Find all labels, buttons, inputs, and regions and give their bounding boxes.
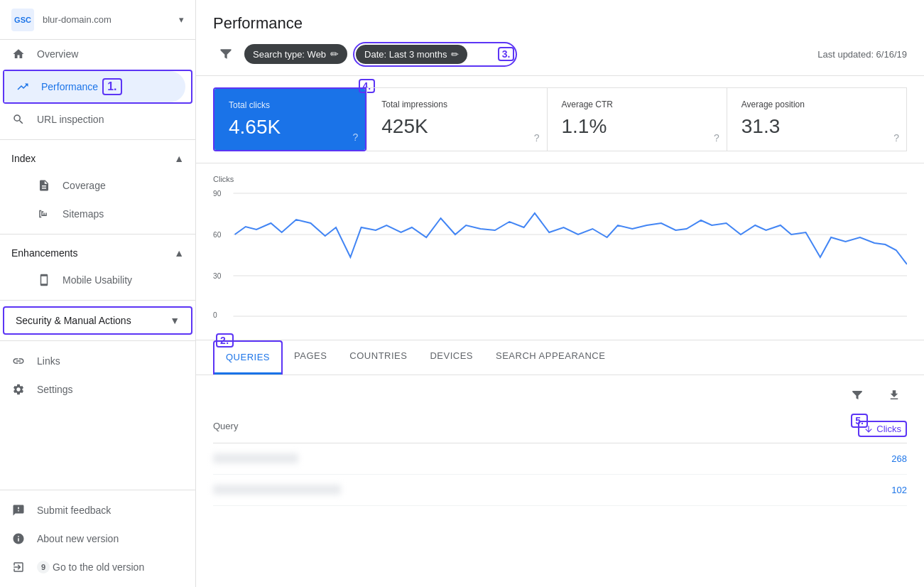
tab-queries[interactable]: 2. QUERIES [214, 342, 281, 375]
tab-pages-label: PAGES [294, 350, 327, 361]
main-header: Performance Search type: Web ✏ Date: Las… [196, 0, 924, 76]
divider-2 [0, 234, 195, 235]
tabs-row: 2. QUERIES PAGES COUNTRIES DEVICES SEARC… [213, 340, 907, 375]
security-section-header[interactable]: Security & Manual Actions ▼ [4, 308, 191, 333]
date-chip[interactable]: Date: Last 3 months ✏ [356, 45, 467, 64]
row-1-clicks: 268 [822, 453, 907, 464]
sidebar-logo[interactable]: GSC blur-domain.com ▾ [0, 0, 195, 40]
index-section-items: Coverage Sitemaps [0, 171, 195, 228]
clicks-col-label: Clicks [876, 424, 901, 434]
ctr-label: Average CTR [562, 99, 712, 109]
divider-3 [0, 300, 195, 301]
enhancements-section-items: Mobile Usability [0, 266, 195, 294]
last-updated-text: Last updated: 6/16/19 [817, 49, 907, 60]
tabs-section: 2. QUERIES PAGES COUNTRIES DEVICES SEARC… [196, 340, 924, 375]
total-clicks-wrapper: Total clicks 4.65K ? 4. [213, 87, 366, 151]
index-section-header[interactable]: Index ▲ [0, 146, 195, 171]
sidebar-go-old-version[interactable]: 9 Go to the old version [0, 553, 195, 581]
chart-section: Clicks 90 60 30 0 3/17/19 3/28/19 4/7/19… [196, 163, 924, 340]
sidebar-label-performance: Performance [41, 81, 98, 92]
tab-countries[interactable]: COUNTRIES [338, 340, 418, 375]
metrics-row: Total clicks 4.65K ? 4. Total impression… [196, 76, 924, 163]
enhancements-section-header[interactable]: Enhancements ▲ [0, 240, 195, 266]
info-icon [11, 532, 26, 546]
sidebar-item-overview[interactable]: Overview [0, 40, 190, 68]
sidebar-label-overview: Overview [37, 48, 78, 60]
chart-container: 90 60 30 0 3/17/19 3/28/19 4/7/19 4/18/1… [213, 186, 907, 328]
index-collapse-icon: ▲ [174, 153, 184, 164]
sidebar-item-mobile-usability[interactable]: Mobile Usability [0, 266, 190, 294]
help-icon-position: ? [893, 132, 899, 144]
search-type-edit-icon: ✏ [330, 48, 339, 60]
sidebar-item-performance[interactable]: Performance 1. [4, 71, 185, 102]
total-clicks-value: 4.65K [229, 116, 351, 139]
search-icon [11, 112, 26, 126]
col-clicks-header: 5. Clicks [822, 421, 907, 437]
date-edit-icon: ✏ [451, 49, 459, 60]
trending-up-icon [16, 80, 30, 94]
row-1-query [213, 453, 822, 464]
tab-devices[interactable]: DEVICES [418, 340, 484, 375]
sidebar-item-url-inspection[interactable]: URL inspection [0, 105, 190, 134]
col-query-header: Query [213, 421, 822, 437]
sidebar-submit-feedback[interactable]: Submit feedback [0, 496, 195, 524]
sidebar-label-submit-feedback: Submit feedback [37, 505, 111, 516]
row-2-query [213, 485, 822, 495]
table-row: 268 [213, 443, 907, 475]
exit-icon [11, 560, 26, 574]
divider-4 [0, 340, 195, 341]
sidebar-item-settings[interactable]: Settings [0, 375, 190, 404]
tab-pages[interactable]: PAGES [283, 340, 338, 375]
sidebar-item-sitemaps[interactable]: Sitemaps [0, 200, 190, 228]
links-icon [11, 354, 26, 368]
performance-chart: 90 60 30 0 3/17/19 3/28/19 4/7/19 4/18/1… [213, 186, 907, 321]
tab-search-appearance-label: SEARCH APPEARANCE [496, 350, 605, 361]
table-toolbar [213, 375, 907, 415]
sidebar-bottom: Submit feedback About new version 9 Go t… [0, 490, 195, 587]
position-value: 31.3 [741, 115, 892, 138]
table-section: Query 5. Clicks 268 1 [196, 375, 924, 506]
filter-button[interactable] [213, 41, 239, 67]
main-content: Performance Search type: Web ✏ Date: Las… [196, 0, 924, 587]
sidebar-about-new-version[interactable]: About new version [0, 524, 195, 553]
table-download-button[interactable] [881, 382, 907, 408]
badge-1: 1. [102, 78, 121, 95]
sidebar-item-coverage[interactable]: Coverage [0, 171, 190, 200]
security-label: Security & Manual Actions [16, 315, 131, 326]
table-row: 102 [213, 475, 907, 506]
settings-icon [11, 382, 26, 397]
metric-total-clicks[interactable]: Total clicks 4.65K ? [214, 89, 365, 150]
tab-search-appearance[interactable]: SEARCH APPEARANCE [484, 340, 616, 375]
help-icon-impressions: ? [534, 132, 540, 144]
logo-chevron-icon[interactable]: ▾ [179, 14, 184, 25]
total-clicks-label: Total clicks [229, 100, 351, 110]
badge-5: 5. [851, 414, 868, 428]
impressions-value: 425K [381, 115, 532, 138]
queries-tab-wrapper: 2. QUERIES [213, 340, 283, 375]
search-type-chip[interactable]: Search type: Web ✏ [244, 44, 347, 64]
coverage-icon [37, 178, 51, 193]
table-filter-button[interactable] [844, 382, 870, 408]
metric-total-impressions[interactable]: Total impressions 425K ? [366, 87, 546, 151]
table-header: Query 5. Clicks [213, 415, 907, 443]
new-label: NEW [472, 49, 497, 60]
index-label: Index [11, 153, 36, 164]
svg-text:60: 60 [213, 231, 222, 239]
sidebar-item-links[interactable]: Links [0, 347, 190, 375]
phone-icon [37, 273, 51, 287]
enhancements-collapse-icon: ▲ [174, 247, 184, 259]
tab-countries-label: COUNTRIES [349, 350, 407, 361]
metric-average-position[interactable]: Average position 31.3 ? [727, 87, 907, 151]
sidebar-label-links: Links [37, 355, 60, 367]
search-type-label: Search type: Web [253, 49, 326, 60]
page-title: Performance [213, 14, 907, 33]
divider-1 [0, 139, 195, 140]
security-highlight: Security & Manual Actions ▼ [3, 306, 192, 335]
tab-devices-label: DEVICES [430, 350, 473, 361]
logo-icon: GSC [11, 9, 34, 31]
ctr-value: 1.1% [562, 115, 712, 138]
clicks-sort-button[interactable]: 5. Clicks [858, 421, 907, 437]
sidebar-label-go-old: 9 Go to the old version [37, 561, 144, 573]
metric-average-ctr[interactable]: Average CTR 1.1% ? [547, 87, 727, 151]
help-icon-clicks: ? [352, 131, 358, 143]
